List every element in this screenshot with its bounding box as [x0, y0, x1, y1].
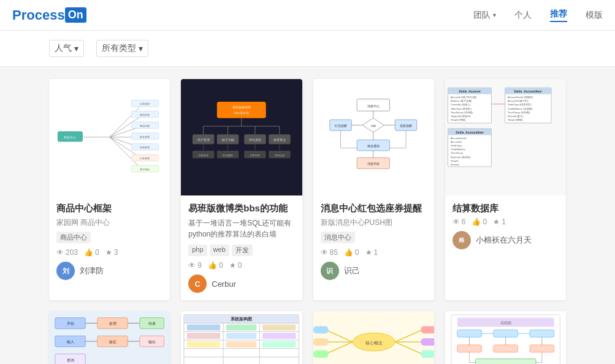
card-1-info: 商品中心框架 家园网 商品中心 商品中心 👁 203 👍 0 ★	[49, 195, 170, 287]
card-3-likes: 👍 0	[344, 248, 359, 257]
card-5-preview: 开始 处理 结束 输入 验证 输出 查询	[49, 311, 170, 364]
card-6[interactable]: 系统架构图	[181, 311, 302, 364]
svg-rect-165	[457, 345, 481, 352]
nav-template[interactable]: 模版	[586, 10, 603, 21]
card-2-thumbnail: 易班版微博类 bbs表白墙 用户管理 帖子功能 评论系统	[181, 79, 302, 195]
svg-text:开始: 开始	[67, 322, 74, 325]
svg-rect-151	[313, 326, 329, 333]
card-7[interactable]: 核心概念	[313, 311, 434, 364]
svg-text:分类管理: 分类管理	[140, 103, 150, 106]
nav-team[interactable]: 团队 ▾	[473, 10, 496, 21]
svg-text:验证: 验证	[109, 340, 117, 344]
logo[interactable]: ProcessOn	[12, 7, 86, 23]
card-5[interactable]: 开始 处理 结束 输入 验证 输出 查询	[49, 311, 170, 364]
nav-recommend[interactable]: 推荐	[550, 9, 567, 22]
card-2-likes: 👍 0	[208, 261, 223, 270]
card-2-avatar: C	[188, 275, 207, 293]
svg-text:TimeStamp (时间戳): TimeStamp (时间戳)	[508, 111, 530, 114]
star-icon: ★	[365, 248, 372, 257]
svg-rect-161	[494, 330, 518, 337]
svg-rect-162	[530, 330, 554, 337]
svg-line-145	[325, 330, 352, 342]
popularity-filter[interactable]: 人气 ▾	[49, 40, 84, 57]
card-1-tags: 商品中心	[56, 232, 162, 243]
card-2-stats: 👁 9 👍 0 ★ 0	[188, 261, 294, 270]
star-icon: ★	[229, 261, 236, 270]
card-2[interactable]: 易班版微博类 bbs表白墙 用户管理 帖子功能 评论系统	[181, 79, 302, 300]
header: ProcessOn 团队 ▾ 个人 推荐 模版	[0, 0, 615, 31]
card-4-title: 结算数据库	[453, 203, 559, 214]
card-3-tag-0: 消息中心	[321, 232, 355, 243]
card-2-author-name: Cerbur	[212, 279, 236, 289]
main-content: 商品中心 分类管理 商品列表 商品详情 库存管理 价格管理 订单管理 用户评价	[0, 67, 615, 364]
card-4[interactable]: Settle_Account AccountId (账户ID/主键) Balan…	[445, 79, 566, 300]
svg-rect-153	[313, 351, 329, 358]
svg-rect-166	[494, 345, 518, 352]
card-8[interactable]: 流程图	[445, 311, 566, 364]
svg-text:ShopId: ShopId	[451, 159, 459, 162]
svg-rect-141	[226, 341, 256, 347]
card-2-author: C Cerbur	[188, 275, 294, 293]
card-1-avatar: 刘	[56, 262, 75, 280]
svg-text:判断: 判断	[371, 124, 376, 127]
card-7-thumbnail: 核心概念	[313, 311, 434, 364]
card-4-author: 棉 小棉袄在六月天	[453, 231, 559, 249]
svg-text:ShopId (商铺): ShopId (商铺)	[508, 118, 523, 121]
card-3-tags: 消息中心	[321, 232, 427, 243]
card-3-stars: ★ 1	[365, 248, 378, 257]
svg-text:库存管理: 库存管理	[140, 135, 150, 138]
svg-rect-137	[187, 333, 220, 339]
svg-rect-156	[421, 351, 434, 358]
svg-text:AccountItemId: AccountItemId	[451, 137, 466, 140]
eye-icon: 👁	[453, 218, 460, 226]
like-icon: 👍	[84, 248, 93, 257]
card-2-stars: ★ 0	[229, 261, 242, 270]
card-1[interactable]: 商品中心 分类管理 商品列表 商品详情 库存管理 价格管理 订单管理 用户评价	[49, 79, 170, 300]
svg-text:输出: 输出	[148, 340, 156, 344]
svg-text:推送通知: 推送通知	[367, 144, 380, 148]
card-4-info: 结算数据库 👁 6 👍 0 ★ 1 棉	[445, 195, 566, 257]
nav-personal[interactable]: 个人	[514, 10, 532, 21]
svg-text:SettleType (结算类型): SettleType (结算类型)	[508, 103, 532, 106]
svg-text:评论系统: 评论系统	[249, 138, 261, 142]
card-3-views: 👁 85	[321, 248, 338, 257]
svg-text:TableType (表类型): TableType (表类型)	[451, 107, 472, 110]
popularity-chevron-icon: ▾	[74, 44, 78, 53]
svg-text:查询: 查询	[67, 358, 74, 362]
card-1-author: 刘 刘津防	[56, 262, 162, 280]
svg-text:输入: 输入	[67, 340, 74, 344]
eye-icon: 👁	[56, 248, 64, 257]
card-6-thumbnail: 系统架构图	[181, 311, 302, 364]
svg-rect-140	[187, 341, 220, 347]
card-4-views: 👁 6	[453, 218, 466, 226]
star-icon: ★	[105, 248, 112, 257]
svg-rect-167	[530, 345, 554, 352]
card-1-subtitle: 家园网 商品中心	[56, 218, 162, 228]
svg-rect-24	[217, 102, 266, 118]
svg-text:AccountId (账户ID): AccountId (账户ID)	[508, 99, 529, 102]
svg-text:Settle_AccountItem: Settle_AccountItem	[514, 90, 542, 93]
card-4-author-name: 小棉袄在六月天	[476, 235, 532, 246]
svg-text:商品详情: 商品详情	[140, 124, 150, 127]
card-2-tag-1: web	[210, 245, 229, 256]
card-1-title: 商品中心框架	[56, 203, 162, 214]
svg-text:帖子功能: 帖子功能	[222, 138, 234, 142]
type-filter[interactable]: 所有类型 ▾	[96, 40, 148, 57]
svg-text:选座提醒: 选座提醒	[400, 124, 412, 127]
svg-text:商品列表: 商品列表	[140, 113, 150, 116]
card-3-author: 识 识己	[321, 262, 427, 280]
card-1-tag-0: 商品中心	[56, 232, 91, 243]
card-3[interactable]: 消息中心 判断 红包提醒 选座提醒 推送通知 消息列表	[313, 79, 434, 300]
svg-text:易班版微博类: 易班版微博类	[232, 105, 251, 109]
card-4-preview: Settle_Account AccountId (账户ID/主键) Balan…	[445, 79, 554, 178]
svg-text:TimeStamp (时间戳): TimeStamp (时间戳)	[451, 111, 473, 114]
card-2-title: 易班版微博类bbs的功能	[188, 203, 294, 214]
card-2-tag-0: php	[188, 245, 207, 256]
svg-rect-135	[226, 324, 256, 330]
svg-text:CreateBy (创建人): CreateBy (创建人)	[451, 103, 471, 106]
svg-text:消息列表: 消息列表	[367, 162, 380, 165]
svg-text:Remark (备注): Remark (备注)	[508, 115, 524, 118]
card-4-stars: ★ 1	[493, 218, 506, 226]
svg-text:协同过滤: 协同过滤	[275, 154, 285, 157]
card-3-stats: 👁 85 👍 0 ★ 1	[321, 248, 427, 257]
